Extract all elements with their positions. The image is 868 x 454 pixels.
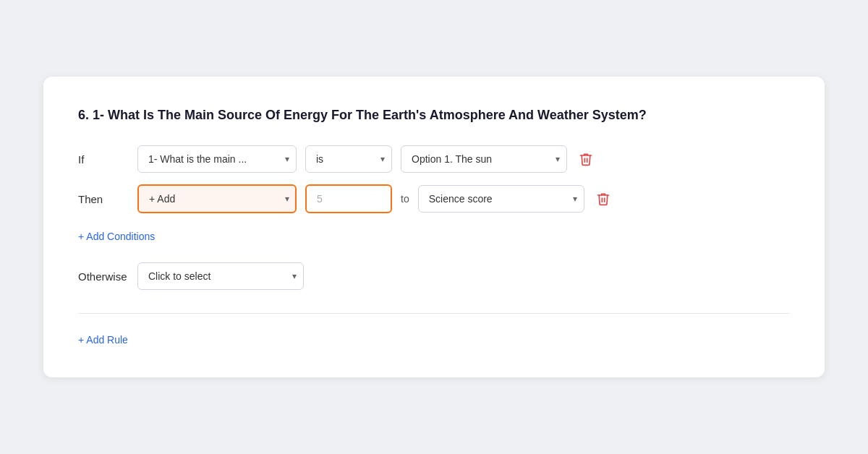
condition-select-wrapper: is ▾ [305, 145, 392, 173]
if-delete-button[interactable] [576, 149, 596, 169]
otherwise-label: Otherwise [78, 270, 129, 283]
divider [78, 313, 790, 314]
otherwise-row: Otherwise Click to select ▾ [78, 262, 790, 290]
rule-card: 6. 1- What Is The Main Source Of Energy … [43, 77, 825, 377]
score-select[interactable]: Science score [418, 185, 584, 213]
then-label: Then [78, 193, 129, 205]
otherwise-select-wrapper: Click to select ▾ [137, 262, 304, 290]
option-select-wrapper: Option 1. The sun ▾ [401, 145, 567, 173]
if-row: If 1- What is the main ... ▾ is ▾ Option… [78, 145, 790, 173]
then-row: Then + Add ▾ to Science score ▾ [78, 184, 790, 213]
add-conditions-button[interactable]: + Add Conditions [78, 228, 155, 245]
condition-select[interactable]: is [305, 145, 392, 173]
question-title: 6. 1- What Is The Main Source Of Energy … [78, 106, 790, 125]
question-select-wrapper: 1- What is the main ... ▾ [137, 145, 297, 173]
then-delete-button[interactable] [593, 189, 613, 209]
if-label: If [78, 153, 129, 166]
to-label: to [401, 193, 409, 205]
score-select-wrapper: Science score ▾ [418, 185, 584, 213]
question-select[interactable]: 1- What is the main ... [137, 145, 297, 173]
option-select[interactable]: Option 1. The sun [401, 145, 567, 173]
trash-icon [579, 152, 593, 166]
add-rule-button[interactable]: + Add Rule [78, 331, 128, 348]
action-select[interactable]: + Add [137, 184, 297, 213]
score-number-input[interactable] [305, 184, 392, 213]
otherwise-select[interactable]: Click to select [137, 262, 304, 290]
action-select-wrapper: + Add ▾ [137, 184, 297, 213]
then-trash-icon [596, 192, 610, 206]
